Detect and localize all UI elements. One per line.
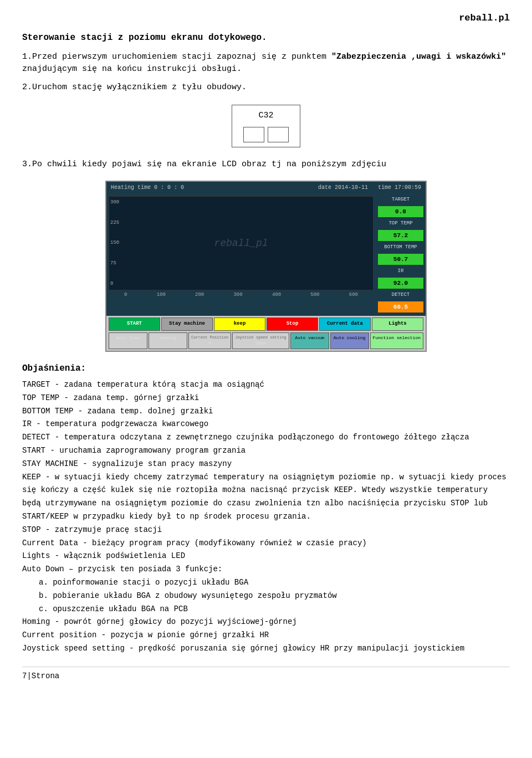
- lcd-screenshot: Heating time 0 : 0 : 0 date 2014-10-11 t…: [22, 181, 510, 352]
- ir-label: IR: [378, 268, 423, 275]
- c32-slot-left: [243, 127, 264, 142]
- homing-button[interactable]: Homing: [149, 332, 187, 350]
- page-label-separator: |: [27, 672, 31, 680]
- p1-prefix: 1.Przed pierwszym uruchomieniem stacji z…: [22, 52, 331, 62]
- explanation-auto-down-b: b. pobieranie układu BGA z obudowy wysun…: [39, 590, 510, 603]
- date-field: date 2014-10-11 time 17:00:59: [318, 183, 421, 192]
- x-axis: 0 100 200 300 400 500 600: [109, 290, 374, 300]
- c32-slots: [243, 127, 289, 142]
- auto-down-button[interactable]: Auto Down: [109, 332, 147, 350]
- lcd-chart: 300 225 150 75 0 reball_pl: [109, 196, 374, 290]
- y-axis: 300 225 150 75 0: [109, 197, 125, 290]
- lcd-right-panel: TARGET 0.0 TOP TEMP 57.2 BOTTOM TEMP 50.…: [376, 194, 426, 316]
- lcd-top-bar: Heating time 0 : 0 : 0 date 2014-10-11 t…: [106, 182, 426, 194]
- p1-suffix: znajdującym się na końcu instrukcji obsł…: [22, 64, 242, 74]
- lcd-chart-area: 300 225 150 75 0 reball_pl 0 100 200 300…: [106, 194, 376, 316]
- stay-machine-button[interactable]: Stay machine: [161, 317, 213, 331]
- lcd-buttons-row-2: Auto Down Homing Current Position 0 Joys…: [106, 332, 426, 351]
- explanation-top-temp: TOP TEMP - zadana temp. górnej grzałki: [22, 392, 510, 405]
- paragraph-1: 1.Przed pierwszym uruchomieniem stacji z…: [22, 51, 510, 76]
- page-title: Sterowanie stacji z poziomu ekranu dotyk…: [22, 31, 510, 44]
- top-temp-value: 57.2: [378, 230, 423, 242]
- page-footer: 7|Strona: [22, 667, 510, 682]
- lcd-body: 300 225 150 75 0 reball_pl 0 100 200 300…: [106, 194, 426, 316]
- stop-button[interactable]: Stop: [267, 317, 318, 331]
- start-button[interactable]: START: [109, 317, 160, 331]
- page-label: Strona: [32, 672, 59, 680]
- to-text: to: [176, 512, 185, 521]
- explanation-stop: STOP - zatrzymuje pracę stacji: [22, 524, 510, 537]
- current-position-button[interactable]: Current Position 0: [188, 332, 231, 350]
- p1-bold: "Zabezpieczenia ,uwagi i wskazówki": [331, 52, 506, 62]
- ir-value: 92.0: [378, 278, 423, 289]
- explanation-joystick: Joystick speed setting - prędkość porusz…: [22, 642, 510, 655]
- auto-cooling-button[interactable]: Auto cooling: [330, 332, 369, 350]
- explanation-bottom-temp: BOTTOM TEMP - zadana temp. dolnej grzałk…: [22, 405, 510, 418]
- heating-label: Heating time 0 : 0 : 0: [111, 183, 184, 192]
- detect-value: 60.5: [378, 301, 423, 313]
- lights-button[interactable]: Lights: [372, 317, 423, 331]
- joystick-button[interactable]: Joystick speed setting 1000: [232, 332, 289, 350]
- c32-slot-right: [268, 127, 289, 142]
- paragraph-2: 2.Uruchom stację wyłącznikiem z tyłu obu…: [22, 81, 510, 94]
- detect-label: DETECT: [378, 291, 423, 299]
- explanation-detect: DETECT - temperatura odczytana z zewnętr…: [22, 431, 510, 444]
- paragraph-3: 3.Po chwili kiedy pojawi się na ekranie …: [22, 158, 510, 171]
- target-label: TARGET: [378, 196, 423, 204]
- c32-box: C32: [232, 105, 300, 147]
- explanation-current-data: Current Data - bieżący program pracy (mo…: [22, 537, 510, 550]
- bottom-temp-value: 50.7: [378, 254, 423, 265]
- explanation-keep: KEEP - w sytuacji kiedy chcemy zatrzymać…: [22, 471, 510, 524]
- explanation-lights: Lights - włącznik podświetlenia LED: [22, 550, 510, 563]
- brand-label: reball.pl: [22, 11, 510, 25]
- explanation-auto-down-c: c. opuszczenie układu BGA na PCB: [39, 603, 510, 616]
- explanations-list: TARGET - zadana temperatura którą stacja…: [22, 378, 510, 655]
- top-temp-label: TOP TEMP: [378, 220, 423, 228]
- explanation-auto-down-a: a. poinformowanie stacji o pozycji układ…: [39, 576, 510, 590]
- c32-label: C32: [243, 110, 289, 122]
- lcd-screen: Heating time 0 : 0 : 0 date 2014-10-11 t…: [105, 181, 427, 352]
- explanation-start: START - uruchamia zaprogramowany program…: [22, 444, 510, 458]
- auto-vacuum-button[interactable]: Auto vacuum: [290, 332, 329, 350]
- lcd-buttons-row-1: START Stay machine keep Stop Current dat…: [106, 316, 426, 332]
- explanations-header: Objaśnienia:: [22, 362, 510, 375]
- current-data-button[interactable]: Current data: [319, 317, 371, 331]
- function-selection-button[interactable]: Function selection: [370, 332, 423, 350]
- explanation-stay-machine: STAY MACHINE - sygnalizuje stan pracy ma…: [22, 458, 510, 471]
- explanation-current-position: Current position - pozycja w pionie górn…: [22, 629, 510, 642]
- explanation-auto-down: Auto Down – przycisk ten posiada 3 funkc…: [22, 563, 510, 576]
- explanation-homing: Homing - powrót górnej głowicy do pozycj…: [22, 616, 510, 629]
- c32-diagram: C32: [22, 105, 510, 147]
- keep-button[interactable]: keep: [214, 317, 265, 331]
- bottom-temp-label: BOTTOM TEMP: [378, 244, 423, 252]
- explanation-ir: IR - temperatura podgrzewacza kwarcowego: [22, 418, 510, 431]
- chart-watermark: reball_pl: [214, 236, 268, 251]
- explanation-target: TARGET - zadana temperatura którą stacja…: [22, 378, 510, 392]
- target-value: 0.0: [378, 206, 423, 218]
